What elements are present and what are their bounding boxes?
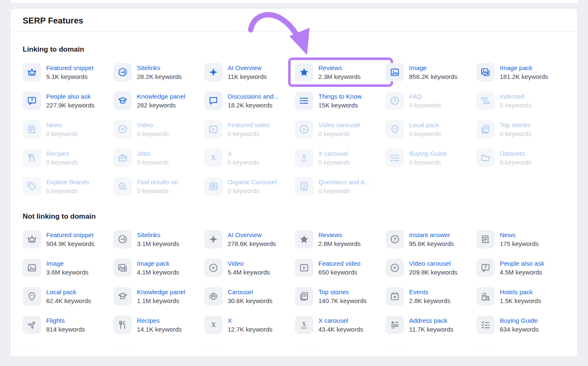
feature-label: Video carousel: [318, 120, 360, 129]
serp-feature-item-address-pack[interactable]: Address pack 11.7K keywords: [386, 316, 475, 334]
serp-feature-item-people-also-ask[interactable]: ? People also ask 4.5M keywords: [476, 259, 565, 277]
serp-feature-item-top-stories[interactable]: Top stories 0 keywords: [476, 120, 565, 139]
serp-feature-item-featured-snippet[interactable]: Featured snippet 5.1K keywords: [23, 63, 112, 81]
feature-count: 634 keywords: [500, 325, 539, 334]
feature-label: Recipes: [46, 149, 78, 158]
serp-feature-item-recipes[interactable]: Recipes 14.1K keywords: [113, 316, 202, 334]
section-title: Linking to domain: [23, 45, 565, 54]
feature-label: Discussions and...: [137, 349, 188, 357]
serp-feature-item-sitelinks[interactable]: Sitelinks 3.1M keywords: [113, 230, 202, 248]
serp-feature-item-people-also-ask[interactable]: ? People also ask 227.9K keywords: [23, 92, 112, 110]
star-icon: [295, 230, 313, 248]
serp-feature-item-top-stories[interactable]: Top stories 140.7K keywords: [295, 287, 384, 306]
feature-count: 0 keywords: [228, 129, 270, 138]
serp-feature-item-hotels-pack[interactable]: Hotels pack 1.5K keywords: [476, 287, 565, 306]
serp-feature-item-indented[interactable]: Indented 0 keywords: [476, 92, 565, 110]
serp-feature-item-reviews[interactable]: Reviews 2.3M keywords: [295, 63, 384, 81]
serp-feature-item-discussions-and[interactable]: Discussions and...: [113, 344, 202, 357]
sparkle-icon: [204, 63, 223, 81]
serp-feature-item-video[interactable]: Video 0 keywords: [113, 120, 202, 139]
serp-feature-item-featured-video[interactable]: Featured video 0 keywords: [204, 120, 293, 139]
cutlery-icon: [113, 316, 132, 334]
serp-feature-item-x[interactable]: X X 12.7K keywords: [204, 316, 293, 334]
feature-count: 0 keywords: [137, 186, 178, 195]
serp-feature-item-things-to-know[interactable]: Things to Know 15K keywords: [295, 92, 384, 110]
doc-list-icon: [204, 177, 223, 196]
crown-icon: [23, 230, 41, 248]
serp-feature-item-flights[interactable]: Flights 814 keywords: [23, 316, 112, 334]
serp-feature-item-jobs[interactable]: Jobs 0 keywords: [113, 149, 202, 167]
serp-feature-item-explore-brands[interactable]: Explore Brands 0 keywords: [23, 177, 112, 196]
feature-count: 858.2K keywords: [409, 72, 457, 81]
svg-text:?: ?: [394, 98, 396, 104]
serp-feature-item-people-also-sear[interactable]: People also sear...: [476, 344, 565, 357]
feature-label: Featured video: [228, 120, 270, 129]
serp-feature-item-datasets[interactable]: Datasets 0 keywords: [476, 149, 565, 167]
serp-feature-item-sitelinks[interactable]: Sitelinks 28.2K keywords: [113, 63, 202, 81]
serp-feature-item-image[interactable]: Image 858.2K keywords: [386, 63, 475, 81]
serp-feature-item-x-carousel[interactable]: X X carousel 43.4K keywords: [295, 316, 384, 334]
serp-feature-item-news[interactable]: News 0 keywords: [23, 120, 112, 139]
cart-icon: [386, 344, 404, 357]
serp-feature-item-image-pack[interactable]: Image pack 181.2K keywords: [476, 63, 565, 81]
serp-feature-item-local-pack[interactable]: Local pack 62.4K keywords: [23, 287, 112, 306]
serp-feature-item-buying-guide[interactable]: Buying Guide 634 keywords: [476, 316, 565, 334]
feature-label: Knowledge panel: [137, 92, 185, 101]
serp-feature-item-discussions-and[interactable]: Discussions and... 18.2K keywords: [204, 92, 293, 110]
feature-label: Knowledge panel: [137, 288, 185, 296]
serp-feature-item-image-pack[interactable]: Image pack 4.1M keywords: [113, 259, 202, 277]
feature-count: 0 keywords: [137, 129, 169, 138]
people-also-search-icon: [476, 344, 495, 357]
svg-text:?: ?: [394, 236, 396, 242]
feature-count: 12.7K keywords: [228, 325, 273, 334]
serp-feature-item-buying-guide[interactable]: Buying Guide 0 keywords: [386, 149, 475, 167]
serp-feature-item-ai-overview[interactable]: AI Overview 11K keywords: [204, 63, 293, 81]
feature-label: Questions and A...: [318, 178, 370, 186]
serp-feature-item-knowledge-panel[interactable]: Knowledge panel 1.1M keywords: [113, 287, 202, 306]
serp-feature-item-video-carousel[interactable]: Video carousel 0 keywords: [295, 120, 384, 139]
feature-label: Related products: [409, 349, 457, 357]
hotel-icon: [476, 287, 495, 306]
feature-count: 181.2K keywords: [500, 72, 548, 81]
serp-feature-item-featured-video[interactable]: Featured video 650 keywords: [295, 259, 384, 277]
serp-feature-item-related-products[interactable]: Related products: [386, 344, 475, 357]
serp-feature-item-events[interactable]: Events 2.8K keywords: [386, 287, 475, 306]
serp-feature-item-carousel[interactable]: Carousel 30.6K keywords: [204, 287, 293, 306]
indented-results-icon: [476, 92, 495, 110]
serp-feature-item-featured-snippet[interactable]: Featured snippet 504.9K keywords: [23, 230, 112, 248]
folder-icon: [23, 344, 41, 357]
serp-feature-item-faq[interactable]: ? FAQ 0 keywords: [386, 92, 475, 110]
serp-feature-item-video[interactable]: Video 5.4M keywords: [204, 259, 293, 277]
serp-feature-item-x-carousel[interactable]: X X carousel 0 keywords: [295, 149, 384, 167]
serp-feature-item-explore-brands[interactable]: Explore Brands: [204, 344, 293, 357]
serp-feature-item-ai-overview[interactable]: AI Overview 278.6K keywords: [204, 230, 293, 248]
feature-label: Featured snippet: [46, 63, 94, 72]
feature-count: 2.8K keywords: [409, 296, 450, 305]
serp-feature-item-recipes[interactable]: Recipes 0 keywords: [23, 149, 112, 167]
serp-feature-item-related-searches[interactable]: Related searches: [295, 344, 384, 357]
serp-feature-item-image[interactable]: Image 3.6M keywords: [23, 259, 112, 277]
serp-feature-item-organic-carousel[interactable]: Organic Carousel 0 keywords: [204, 177, 293, 196]
serp-feature-item-knowledge-panel[interactable]: Knowledge panel 282 keywords: [113, 92, 202, 110]
serp-feature-item-instant-answer[interactable]: ? Instant answer 95.6K keywords: [386, 230, 475, 248]
play-rect-icon: [295, 259, 313, 277]
serp-feature-item-news[interactable]: News 175 keywords: [476, 230, 565, 248]
feature-label: Discussions and...: [228, 92, 279, 101]
feature-count: 11K keywords: [228, 72, 267, 81]
feature-count: 4.5M keywords: [500, 268, 544, 277]
serp-feature-item-questions-and-a[interactable]: ? Questions and A... 0 keywords: [295, 177, 384, 196]
link-icon: [113, 63, 132, 81]
image-icon: [23, 259, 41, 277]
related-searches-icon: [295, 344, 313, 357]
question-circle-icon: ?: [386, 230, 404, 248]
serp-feature-item-find-results-on[interactable]: Find results on 0 keywords: [113, 177, 202, 196]
serp-feature-item-datasets[interactable]: Datasets: [23, 344, 112, 357]
feature-label: Datasets: [46, 349, 71, 357]
serp-feature-item-video-carousel[interactable]: Video carousel 209.8K keywords: [386, 259, 475, 277]
serp-feature-item-reviews[interactable]: Reviews 2.8M keywords: [295, 230, 384, 248]
feature-count: 1.5K keywords: [500, 296, 541, 305]
serp-feature-item-local-pack[interactable]: Local pack 0 keywords: [386, 120, 475, 139]
feature-count: 0 keywords: [318, 129, 360, 138]
feature-count: 28.2K keywords: [137, 72, 182, 81]
serp-feature-item-x[interactable]: X X 0 keywords: [204, 149, 293, 167]
